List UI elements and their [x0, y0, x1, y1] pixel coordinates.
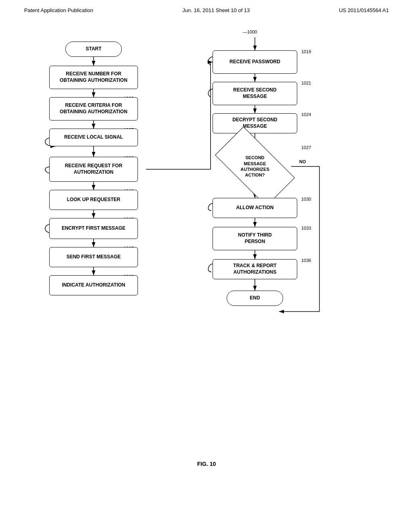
indicate-authorization-label: INDICATE AUTHORIZATION	[62, 282, 125, 289]
track-report-label: TRACK & REPORTAUTHORIZATIONS	[233, 263, 276, 275]
diagram-container: NO YES —1000 START 1003 RECEIVE NUMBE	[25, 29, 388, 453]
ref-1021: 1021	[301, 81, 311, 85]
diagram-number-label: —1000	[243, 29, 257, 34]
look-up-requester-label: LOOK UP REQUESTER	[67, 197, 120, 203]
encrypt-first-message-label: ENCRYPT FIRST MESSAGE	[62, 225, 125, 232]
ref-1024: 1024	[301, 112, 311, 117]
figure-caption: FIG. 10	[0, 461, 413, 467]
ref-1036: 1036	[301, 258, 311, 263]
receive-request-node: RECEIVE REQUEST FORAUTHORIZATION	[49, 157, 138, 182]
receive-number-node: RECEIVE NUMBER FOROBTAINING AUTHORIZATIO…	[49, 66, 138, 89]
start-node: START	[65, 42, 122, 57]
end-node: END	[227, 291, 283, 306]
arrows-svg: NO YES	[25, 29, 388, 453]
svg-text:NO: NO	[299, 159, 306, 164]
receive-local-signal-label: RECEIVE LOCAL SIGNAL	[64, 134, 123, 141]
notify-third-person-label: NOTIFY THIRDPERSON	[238, 232, 272, 245]
receive-second-message-node: RECEIVE SECONDMESSAGE	[213, 82, 297, 105]
notify-third-person-node: NOTIFY THIRDPERSON	[213, 227, 297, 250]
header-right: US 2011/0145564 A1	[339, 7, 389, 13]
header-middle: Jun. 16, 2011 Sheet 10 of 13	[182, 7, 250, 13]
receive-second-message-label: RECEIVE SECONDMESSAGE	[233, 87, 276, 100]
receive-local-signal-node: RECEIVE LOCAL SIGNAL	[49, 129, 138, 146]
allow-action-label: ALLOW ACTION	[236, 205, 274, 211]
send-first-message-node: SEND FIRST MESSAGE	[49, 247, 138, 267]
decrypt-second-message-label: DECRYPT SECONDMESSAGE	[232, 117, 277, 129]
encrypt-first-message-node: ENCRYPT FIRST MESSAGE	[49, 218, 138, 239]
start-label: START	[86, 46, 101, 52]
receive-number-label: RECEIVE NUMBER FOROBTAINING AUTHORIZATIO…	[60, 71, 127, 83]
header-left: Patent Application Publication	[24, 7, 93, 13]
allow-action-node: ALLOW ACTION	[213, 198, 297, 218]
indicate-authorization-node: INDICATE AUTHORIZATION	[49, 275, 138, 295]
decrypt-second-message-node: DECRYPT SECONDMESSAGE	[213, 113, 297, 133]
receive-criteria-node: RECEIVE CRITERIA FOROBTAINING AUTHORIZAT…	[49, 97, 138, 121]
authorizes-action-label: SECONDMESSAGEAUTHORIZESACTION?	[240, 155, 269, 178]
look-up-requester-node: LOOK UP REQUESTER	[49, 190, 138, 210]
send-first-message-label: SEND FIRST MESSAGE	[67, 254, 121, 260]
track-report-node: TRACK & REPORTAUTHORIZATIONS	[213, 259, 297, 279]
ref-1027: 1027	[301, 145, 311, 150]
end-label: END	[250, 295, 260, 301]
page-header: Patent Application Publication Jun. 16, …	[0, 0, 413, 13]
authorizes-action-diamond: SECONDMESSAGEAUTHORIZESACTION?	[219, 146, 291, 187]
ref-1033: 1033	[301, 226, 311, 231]
receive-criteria-label: RECEIVE CRITERIA FOROBTAINING AUTHORIZAT…	[60, 102, 127, 115]
receive-request-label: RECEIVE REQUEST FORAUTHORIZATION	[65, 163, 123, 175]
ref-1019: 1019	[301, 49, 311, 54]
receive-password-node: RECEIVE PASSWORD	[213, 50, 297, 74]
ref-1030: 1030	[301, 197, 311, 202]
receive-password-label: RECEIVE PASSWORD	[229, 59, 280, 65]
